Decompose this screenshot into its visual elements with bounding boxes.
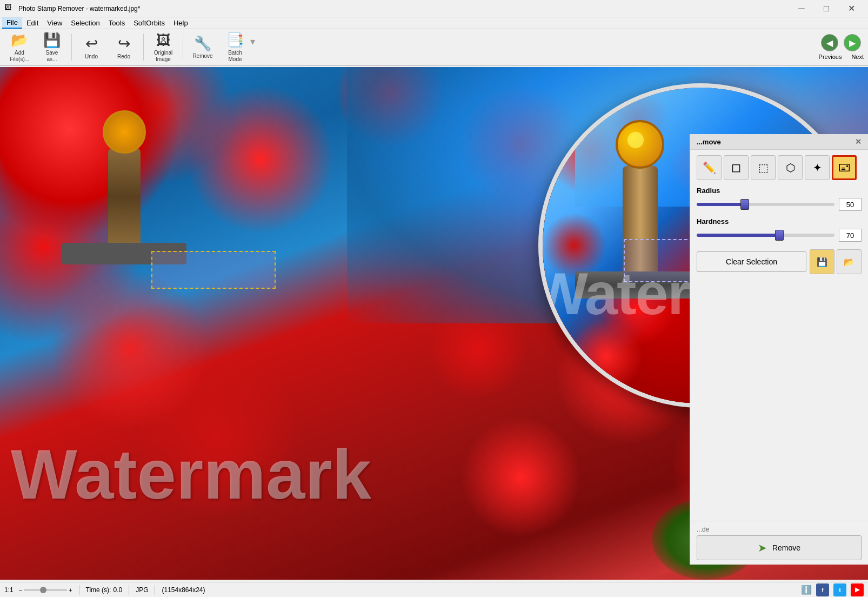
nav-buttons: ◀ ▶	[821, 34, 861, 51]
zoom-area: 1:1 − +	[4, 586, 72, 594]
clear-selection-button[interactable]: Clear Selection	[697, 251, 806, 272]
more-options-icon[interactable]: ▾	[250, 36, 255, 48]
radius-slider-track[interactable]	[697, 203, 834, 206]
zoom-in-icon[interactable]: +	[69, 587, 72, 593]
redo-button[interactable]: ↪ Redo	[109, 31, 139, 63]
zoom-level: 1:1	[4, 586, 14, 594]
zoom-slider-thumb[interactable]	[40, 587, 46, 593]
original-image-label: OriginalImage	[154, 50, 172, 63]
time-area: Time (s): 0.0	[86, 586, 123, 594]
load-selection-icon: 📂	[844, 257, 854, 267]
app-title: Photo Stamp Remover - watermarked.jpg*	[18, 5, 789, 12]
app-icon: 🖼	[4, 3, 15, 14]
status-right-area: ℹ️ f t ▶	[801, 583, 864, 596]
panel-title: ...move	[697, 138, 721, 146]
add-files-button[interactable]: 📂 AddFile(s)...	[4, 31, 35, 63]
save-selection-button[interactable]: 💾	[810, 249, 834, 274]
main-area: Watermark Watermark ...move ✕	[0, 67, 868, 580]
stamp-handle	[108, 148, 141, 246]
undo-label: Undo	[85, 54, 98, 59]
add-files-label: AddFile(s)...	[10, 50, 29, 63]
eraser-tool-button[interactable]: ◻	[724, 155, 749, 180]
hardness-slider-fill	[697, 234, 779, 237]
rect-select-tool-button[interactable]: ⬚	[751, 155, 776, 180]
close-button[interactable]: ✕	[839, 0, 864, 17]
original-image-button[interactable]: 🖼 OriginalImage	[148, 31, 178, 63]
nav-labels: Previous Next	[819, 54, 864, 60]
redo-icon: ↪	[118, 35, 130, 52]
radius-slider-thumb[interactable]	[740, 199, 749, 210]
remove-icon: 🔧	[194, 35, 211, 52]
previous-button[interactable]: ◀	[821, 34, 838, 51]
remove-arrow-icon: ➤	[758, 541, 767, 554]
radius-slider-fill	[697, 203, 745, 206]
menu-file[interactable]: File	[2, 17, 22, 29]
menu-view[interactable]: View	[43, 18, 66, 28]
menu-help[interactable]: Help	[169, 18, 192, 28]
youtube-button[interactable]: ▶	[851, 583, 864, 596]
image-dimensions: (1154x864x24)	[162, 586, 205, 594]
original-image-icon: 🖼	[156, 32, 170, 49]
stamp-selection-box	[151, 251, 276, 289]
magic-wand-tool-button[interactable]: ✦	[805, 155, 830, 180]
panel-close-button[interactable]: ✕	[855, 137, 862, 146]
batch-mode-button[interactable]: 📑 BatchMode	[220, 31, 250, 63]
menu-edit[interactable]: Edit	[22, 18, 43, 28]
mode-label: ...de	[697, 526, 862, 533]
watermark-text: Watermark	[11, 434, 371, 515]
previous-label: Previous	[819, 54, 842, 60]
clear-action-row: Clear Selection 💾 📂	[690, 245, 868, 278]
next-button[interactable]: ▶	[844, 34, 861, 51]
toolbar-separator-3	[183, 34, 183, 61]
remove-execute-label: Remove	[772, 543, 800, 552]
info-icon[interactable]: ℹ️	[801, 585, 812, 595]
twitter-button[interactable]: t	[833, 583, 846, 596]
lasso-tool-button[interactable]: ⬡	[778, 155, 803, 180]
stamp-icon: 🖃	[838, 161, 850, 175]
nav-area: ◀ ▶ Previous Next	[819, 34, 864, 60]
radius-value[interactable]: 50	[839, 198, 862, 211]
statusbar: 1:1 − + Time (s): 0.0 JPG (1154x864x24) …	[0, 582, 868, 597]
rect-select-icon: ⬚	[758, 161, 769, 174]
radius-label: Radius	[697, 187, 862, 195]
brush-tool-button[interactable]: ✏️	[697, 155, 722, 180]
save-as-icon: 💾	[43, 32, 61, 49]
batch-mode-icon: 📑	[226, 32, 244, 49]
maximize-button[interactable]: □	[814, 0, 839, 17]
batch-mode-label: BatchMode	[228, 50, 242, 63]
minimize-button[interactable]: ─	[789, 0, 814, 17]
status-sep-3	[155, 585, 155, 595]
toolbar-separator-1	[71, 34, 72, 61]
undo-button[interactable]: ↩ Undo	[76, 31, 106, 63]
radius-slider-row: 50	[697, 198, 862, 211]
hardness-slider-track[interactable]	[697, 234, 834, 237]
titlebar-controls: ─ □ ✕	[789, 0, 864, 17]
hardness-slider-thumb[interactable]	[775, 230, 784, 241]
save-as-button[interactable]: 💾 Saveas...	[37, 31, 67, 63]
zoom-slider-track[interactable]	[24, 589, 67, 591]
undo-icon: ↩	[85, 35, 98, 52]
remove-button[interactable]: 🔧 Remove	[188, 31, 218, 63]
toolbar-separator-2	[143, 34, 144, 61]
load-selection-button[interactable]: 📂	[837, 249, 862, 274]
time-value: 0.0	[113, 586, 122, 594]
right-panel: ...move ✕ ✏️ ◻ ⬚ ⬡ ✦ 🖃	[690, 134, 868, 565]
zoom-out-icon[interactable]: −	[19, 587, 22, 593]
status-sep-2	[129, 585, 129, 595]
facebook-button[interactable]: f	[816, 583, 829, 596]
save-selection-icon: 💾	[817, 257, 827, 267]
remove-execute-button[interactable]: ➤ Remove	[697, 535, 862, 560]
status-sep-1	[79, 585, 79, 595]
eraser-icon: ◻	[731, 161, 741, 175]
hardness-value[interactable]: 70	[839, 229, 862, 242]
stamp-tool-button[interactable]: 🖃	[832, 155, 857, 180]
menu-softorbits[interactable]: SoftOrbits	[129, 18, 169, 28]
image-format: JPG	[136, 586, 148, 594]
add-files-icon: 📂	[11, 32, 28, 49]
menu-selection[interactable]: Selection	[66, 18, 104, 28]
stamp-tool-visual	[65, 110, 184, 283]
menubar: File Edit View Selection Tools SoftOrbit…	[0, 17, 868, 29]
lasso-icon: ⬡	[786, 161, 795, 174]
menu-tools[interactable]: Tools	[104, 18, 129, 28]
titlebar: 🖼 Photo Stamp Remover - watermarked.jpg*…	[0, 0, 868, 17]
